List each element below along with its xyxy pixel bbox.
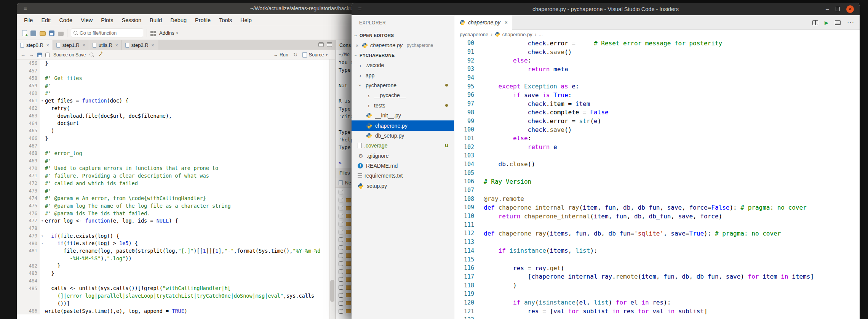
source-tab-step2.R[interactable]: step2.R× [122, 40, 158, 50]
addins-dropdown[interactable]: Addins ▾ [159, 30, 178, 36]
tree-item-.vscode[interactable]: ›.vscode [352, 60, 454, 70]
file-checkbox[interactable] [339, 261, 343, 266]
tree-item-.gitignore[interactable]: ⚙.gitignore [352, 151, 454, 161]
file-checkbox[interactable] [339, 269, 343, 274]
close-icon[interactable]: × [355, 43, 360, 48]
tree-item-__pycache__[interactable]: ›__pycache__ [352, 90, 454, 100]
source-tab-utils.R[interactable]: utils.R× [89, 40, 122, 50]
hamburger-menu-icon[interactable]: ≡ [24, 5, 27, 12]
folder-icon [346, 214, 351, 218]
open-editors-header[interactable]: › OPEN EDITORS [352, 30, 454, 40]
source-on-save-checkbox[interactable] [45, 53, 50, 57]
close-icon[interactable]: ✕ [846, 5, 854, 13]
close-icon[interactable]: × [152, 43, 154, 48]
menu-edit[interactable]: Edit [37, 17, 55, 23]
new-project-icon[interactable] [30, 30, 36, 36]
tree-item-setup.py[interactable]: setup.py [352, 181, 454, 191]
file-checkbox[interactable] [339, 230, 343, 234]
tree-item-db_setup.py[interactable]: db_setup.py [352, 131, 454, 141]
menu-view[interactable]: View [77, 17, 97, 23]
save-icon[interactable] [37, 53, 42, 57]
file-checkbox[interactable] [339, 309, 343, 314]
scrollbar-thumb[interactable] [330, 280, 334, 302]
r-code-editor[interactable]: 456}457458#' Get files459#'460#'461▾get_… [17, 59, 329, 319]
save-icon[interactable] [49, 30, 54, 36]
close-icon[interactable]: × [115, 43, 118, 48]
forward-icon[interactable]: → [29, 52, 34, 58]
menu-build[interactable]: Build [145, 17, 166, 23]
fold-arrow-icon[interactable]: ▾ [40, 99, 45, 103]
tree-item-chaperone.py[interactable]: chaperone.py [352, 120, 454, 130]
menu-plots[interactable]: Plots [97, 17, 117, 23]
run-icon[interactable]: ▶ [825, 20, 828, 26]
line-number: 459 [17, 82, 40, 90]
fold-arrow-icon[interactable]: ▾ [40, 219, 45, 223]
file-checkbox[interactable] [339, 293, 343, 298]
fold-arrow-icon[interactable]: ▾ [40, 241, 45, 245]
rerun-icon[interactable]: ↻ [293, 52, 297, 58]
file-checkbox[interactable] [339, 277, 343, 282]
goto-file-input[interactable] [80, 30, 137, 36]
tree-item-pychaperone[interactable]: ›pychaperone [352, 80, 454, 90]
close-icon[interactable]: × [46, 43, 49, 48]
editor-scrollbar[interactable] [329, 59, 335, 319]
split-editor-icon[interactable] [812, 20, 818, 25]
find-icon[interactable] [89, 52, 94, 57]
menu-help[interactable]: Help [236, 17, 256, 23]
run-button[interactable]: → Run [273, 52, 288, 58]
file-checkbox[interactable] [339, 237, 343, 242]
panes-grid-icon[interactable] [150, 31, 156, 36]
new-file-icon[interactable] [22, 30, 27, 36]
tree-item-app[interactable]: ›app [352, 70, 454, 80]
file-checkbox[interactable] [339, 285, 343, 290]
fold-arrow-icon[interactable]: ▾ [40, 234, 45, 238]
source-button[interactable]: Source ▾ [302, 52, 328, 58]
project-section-header[interactable]: › PYCHAPERONE [352, 50, 454, 60]
python-code-editor[interactable]: 90 check.error = # Reset error message f… [454, 39, 860, 319]
hamburger-menu-icon[interactable]: ≡ [358, 6, 361, 13]
run-label: Run [280, 52, 288, 58]
file-checkbox[interactable] [339, 214, 343, 218]
open-folder-icon[interactable] [40, 31, 46, 36]
tree-item-__init__.py[interactable]: __init__.py [352, 111, 454, 120]
open-editor-item[interactable]: × chaperone.py pychaperone [352, 40, 454, 50]
tree-item-README.md[interactable]: iREADME.md [352, 161, 454, 171]
file-checkbox[interactable] [339, 301, 343, 306]
print-icon[interactable] [58, 32, 64, 36]
code-tools-icon[interactable] [98, 52, 102, 57]
file-checkbox[interactable] [339, 253, 343, 258]
tree-item-.coverage[interactable]: .coverageU [352, 141, 454, 151]
menu-debug[interactable]: Debug [166, 17, 191, 23]
maximize-pane-icon[interactable] [327, 42, 332, 47]
menu-tools[interactable]: Tools [215, 17, 236, 23]
breadcrumb[interactable]: pychaperone›chaperone.py›... [454, 30, 860, 39]
close-icon[interactable]: × [83, 43, 85, 48]
close-icon[interactable]: × [505, 19, 508, 26]
file-checkbox[interactable] [339, 245, 343, 250]
breadcrumb-item[interactable]: chaperone.py [502, 32, 532, 37]
source-tab-step0.R[interactable]: step0.R× [17, 40, 53, 50]
menu-session[interactable]: Session [117, 17, 145, 23]
source-tab-step1.R[interactable]: step1.R× [53, 40, 89, 50]
breadcrumb-item[interactable]: pychaperone [460, 32, 488, 37]
menu-profile[interactable]: Profile [191, 17, 215, 23]
new-button-label[interactable]: Ne [345, 180, 351, 186]
menu-file[interactable]: File [20, 17, 37, 23]
file-checkbox[interactable] [339, 198, 343, 202]
tree-item-requirements.txt[interactable]: requirements.txt [352, 171, 454, 181]
select-all-checkbox[interactable] [339, 190, 343, 194]
more-actions-icon[interactable]: ··· [847, 19, 854, 26]
breadcrumb-item[interactable]: ... [539, 32, 543, 37]
new-file-icon[interactable] [339, 180, 343, 185]
editor-tab-chaperone[interactable]: chaperone.py × [454, 15, 512, 30]
goto-file-search[interactable] [71, 29, 143, 37]
file-checkbox[interactable] [339, 206, 343, 210]
back-icon[interactable]: ← [21, 52, 26, 58]
tree-item-tests[interactable]: ›tests [352, 101, 454, 111]
maximize-icon[interactable] [836, 7, 840, 11]
menu-code[interactable]: Code [55, 17, 77, 23]
layout-icon[interactable] [835, 20, 841, 25]
file-checkbox[interactable] [339, 222, 343, 226]
minimize-pane-icon[interactable] [318, 42, 324, 47]
minimize-icon[interactable]: – [826, 7, 829, 11]
